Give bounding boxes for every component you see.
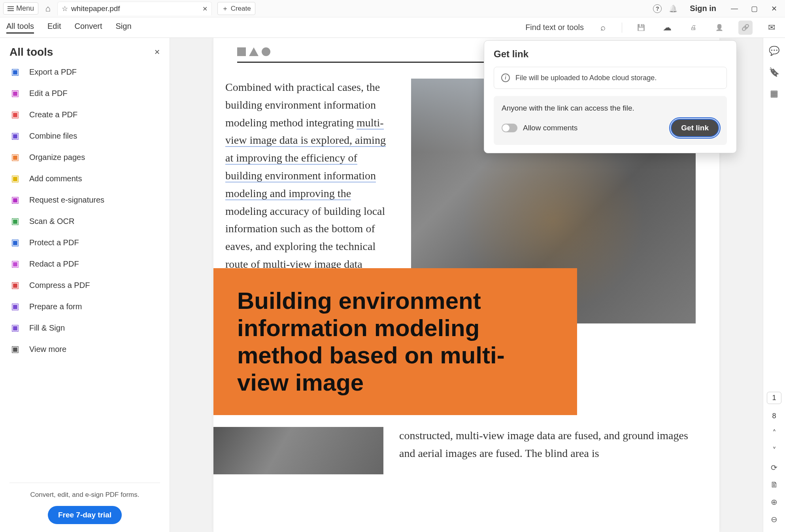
tool-icon: ▣ <box>9 109 21 120</box>
email-icon[interactable] <box>764 21 779 35</box>
get-link-popover: Get link i File will be uploaded to Adob… <box>484 40 737 153</box>
plus-icon: ＋ <box>222 4 228 13</box>
tool-icon: ▣ <box>9 216 21 227</box>
menu-sign[interactable]: Sign <box>116 22 132 34</box>
page-up-button[interactable] <box>772 428 776 438</box>
tool-icon: ▣ <box>9 237 21 248</box>
tool-icon: ▣ <box>9 152 21 163</box>
tool-icon: ▣ <box>9 322 21 333</box>
fit-page-button[interactable] <box>770 480 778 489</box>
headline-text: Building environment information modelin… <box>237 287 553 396</box>
menu-all-tools[interactable]: All tools <box>6 22 34 34</box>
tool-label: View more <box>29 345 66 354</box>
info-icon: i <box>501 73 510 82</box>
tool-label: Export a PDF <box>29 68 77 77</box>
tool-redact-a-pdf[interactable]: ▣Redact a PDF <box>9 258 160 269</box>
info-text: File will be uploaded to Adobe cloud sto… <box>515 74 657 82</box>
menu-edit[interactable]: Edit <box>47 22 61 34</box>
tool-organize-pages[interactable]: ▣Organize pages <box>9 152 160 163</box>
tool-combine-files[interactable]: ▣Combine files <box>9 130 160 141</box>
tool-icon: ▣ <box>9 280 21 291</box>
help-icon[interactable] <box>651 2 664 15</box>
window-minimize-button[interactable] <box>730 4 738 13</box>
info-banner: i File will be uploaded to Adobe cloud s… <box>494 67 727 89</box>
add-person-icon[interactable] <box>712 21 727 35</box>
tool-scan-ocr[interactable]: ▣Scan & OCR <box>9 216 160 227</box>
tool-export-a-pdf[interactable]: ▣Export a PDF <box>9 66 160 77</box>
print-icon[interactable] <box>686 21 700 35</box>
create-label: Create <box>231 5 251 13</box>
triangle-icon <box>249 47 259 56</box>
access-text: Anyone with the link can access the file… <box>502 104 634 113</box>
save-icon[interactable] <box>634 21 648 35</box>
tool-request-e-signatures[interactable]: ▣Request e-signatures <box>9 194 160 205</box>
document-canvas[interactable]: Combined with practical cases, the build… <box>170 38 763 532</box>
allow-comments-toggle[interactable]: Allow comments <box>502 124 577 132</box>
circle-icon <box>262 47 270 56</box>
sidebar-footer-note: Convert, edit, and e-sign PDF forms. <box>9 491 160 499</box>
tool-prepare-a-form[interactable]: ▣Prepare a form <box>9 301 160 312</box>
right-panel-strip: 1 8 <box>763 38 785 532</box>
hamburger-icon <box>8 6 14 11</box>
menu-convert[interactable]: Convert <box>75 22 102 34</box>
bookmark-panel-icon[interactable] <box>769 67 779 77</box>
home-button[interactable] <box>42 2 54 15</box>
all-tools-panel: All tools ✕ ▣Export a PDF▣Edit a PDF▣Cre… <box>0 38 170 532</box>
sidebar-title: All tools <box>9 46 53 58</box>
tool-label: Protect a PDF <box>29 238 79 247</box>
tool-add-comments[interactable]: ▣Add comments <box>9 173 160 184</box>
tool-icon: ▣ <box>9 344 21 355</box>
cloud-upload-icon[interactable] <box>660 21 674 35</box>
square-icon <box>237 47 246 56</box>
tool-icon: ▣ <box>9 66 21 77</box>
close-tab-button[interactable]: ✕ <box>202 5 208 13</box>
tool-fill-sign[interactable]: ▣Fill & Sign <box>9 322 160 333</box>
secondary-image <box>213 427 383 474</box>
tool-icon: ▣ <box>9 88 21 99</box>
tool-label: Add comments <box>29 174 82 183</box>
tool-icon: ▣ <box>9 173 21 184</box>
page-down-button[interactable] <box>772 446 776 455</box>
tool-icon: ▣ <box>9 258 21 269</box>
tool-label: Scan & OCR <box>29 217 74 226</box>
tool-label: Prepare a form <box>29 302 82 311</box>
star-icon[interactable]: ☆ <box>62 4 68 13</box>
tool-label: Create a PDF <box>29 110 77 119</box>
create-button[interactable]: ＋ Create <box>217 2 255 15</box>
tool-label: Compress a PDF <box>29 281 90 290</box>
menu-button[interactable]: Menu <box>3 2 38 15</box>
menu-label: Menu <box>16 4 34 13</box>
zoom-in-button[interactable] <box>771 497 777 507</box>
tail-paragraph: constructed, multi-view image data are f… <box>399 427 696 474</box>
close-sidebar-button[interactable]: ✕ <box>154 48 160 56</box>
window-close-button[interactable] <box>770 4 778 13</box>
tool-icon: ▣ <box>9 301 21 312</box>
current-page-input[interactable]: 1 <box>767 392 781 404</box>
tool-edit-a-pdf[interactable]: ▣Edit a PDF <box>9 88 160 99</box>
get-link-button[interactable]: Get link <box>671 119 719 137</box>
toggle-knob <box>502 124 509 132</box>
tool-label: Edit a PDF <box>29 89 68 98</box>
tool-label: Request e-signatures <box>29 196 104 205</box>
divider <box>622 23 622 33</box>
popover-title: Get link <box>494 49 727 60</box>
zoom-out-button[interactable] <box>771 515 777 524</box>
headline-band: Building environment information modelin… <box>213 268 577 415</box>
tool-view-more[interactable]: ▣View more <box>9 344 160 355</box>
thumbnails-panel-icon[interactable] <box>770 88 778 99</box>
tool-protect-a-pdf[interactable]: ▣Protect a PDF <box>9 237 160 248</box>
toggle-track <box>502 124 517 132</box>
window-maximize-button[interactable] <box>750 4 758 13</box>
rotate-button[interactable] <box>771 463 777 472</box>
notifications-icon[interactable] <box>667 2 679 15</box>
file-tab[interactable]: ☆ whitepaper.pdf ✕ <box>57 2 212 15</box>
tool-label: Combine files <box>29 132 77 141</box>
sign-in-link[interactable]: Sign in <box>690 4 716 13</box>
tool-label: Fill & Sign <box>29 323 65 333</box>
link-icon[interactable] <box>738 21 753 35</box>
tool-create-a-pdf[interactable]: ▣Create a PDF <box>9 109 160 120</box>
comments-panel-icon[interactable] <box>769 46 779 56</box>
tool-compress-a-pdf[interactable]: ▣Compress a PDF <box>9 280 160 291</box>
free-trial-button[interactable]: Free 7-day trial <box>48 506 122 524</box>
search-icon[interactable] <box>596 21 610 35</box>
